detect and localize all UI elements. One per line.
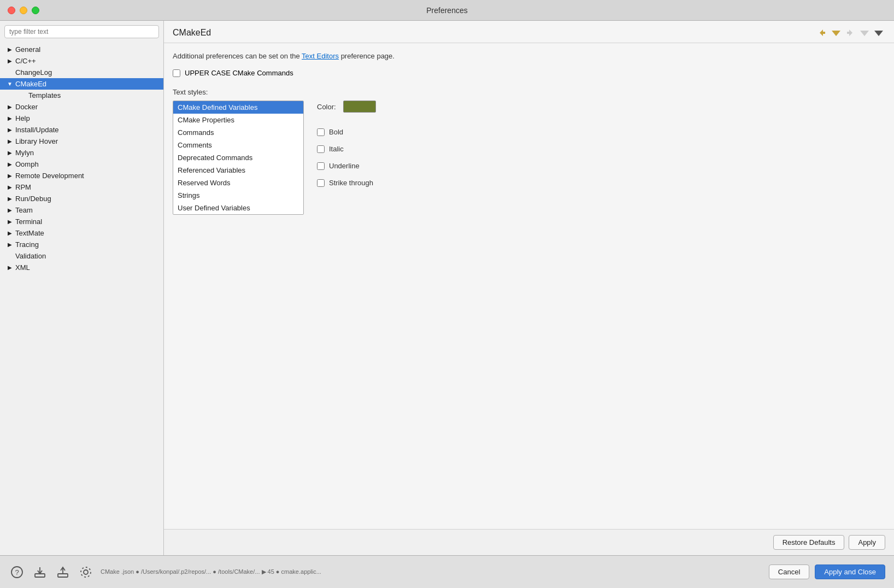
sidebar-item-label: CMakeEd [15,80,46,88]
menu-dropdown-button[interactable] [872,27,885,38]
search-input[interactable] [4,25,159,38]
uppercase-checkbox[interactable] [173,69,180,77]
sidebar-item-install[interactable]: Install/Update [0,124,163,136]
nav-buttons [815,27,885,38]
style-item-referenced-variables[interactable]: Referenced Variables [173,164,303,177]
arrow-icon [7,242,13,248]
sidebar-item-cpp[interactable]: C/C++ [0,55,163,67]
tree-view: General C/C++ ChangeLog CMakeEd Template… [0,43,163,555]
sidebar-item-rpm[interactable]: RPM [0,181,163,193]
sidebar-item-help[interactable]: Help [0,113,163,124]
bold-checkbox[interactable] [317,128,325,136]
arrow-icon [7,127,13,133]
arrow-icon [7,138,13,145]
arrow-icon [7,173,13,179]
svg-marker-3 [860,31,869,36]
window-controls [8,7,39,14]
info-text: Additional preferences can be set on the… [173,52,885,60]
arrow-icon [7,58,13,64]
sidebar-item-label: Tracing [15,240,39,249]
styles-list: CMake Defined Variables CMake Properties… [173,101,304,215]
sidebar-item-remotedevelopment[interactable]: Remote Development [0,170,163,181]
sidebar-item-label: Team [15,206,33,214]
style-item-deprecated-commands[interactable]: Deprecated Commands [173,151,303,164]
maximize-button[interactable] [32,7,39,14]
info-text-after: preference page. [341,52,395,60]
sidebar-item-label: Install/Update [15,126,59,134]
sidebar-item-general[interactable]: General [0,44,163,55]
sidebar-item-tracing[interactable]: Tracing [0,239,163,250]
strikethrough-label: Strike through [329,179,373,187]
style-item-comments[interactable]: Comments [173,139,303,151]
back-dropdown-button[interactable] [830,27,843,38]
bold-option-row: Bold [317,126,376,138]
style-item-strings[interactable]: Strings [173,189,303,202]
forward-dropdown-button[interactable] [858,27,871,38]
sidebar-item-libraryhover[interactable]: Library Hover [0,136,163,147]
style-item-cmake-defined-vars[interactable]: CMake Defined Variables [173,101,303,114]
sidebar-item-validation[interactable]: Validation [0,250,163,262]
cancel-button[interactable]: Cancel [769,565,809,579]
status-text: CMake .json ● /Users/konpal/.p2/repos/..… [101,568,321,575]
apply-and-close-button[interactable]: Apply and Close [815,565,885,579]
sidebar-item-rundebug[interactable]: Run/Debug [0,193,163,204]
text-styles-label: Text styles: [173,88,885,96]
svg-marker-4 [874,31,883,36]
sidebar-item-label: Library Hover [15,137,58,145]
text-options: Bold Italic Underline Strike throug [317,126,376,189]
forward-button[interactable] [844,27,857,38]
arrow-icon [7,115,13,122]
main-area: General C/C++ ChangeLog CMakeEd Template… [0,21,894,555]
style-item-user-defined-variables[interactable]: User Defined Variables [173,202,303,214]
color-options: Color: Bold Italic [317,101,376,215]
style-item-commands[interactable]: Commands [173,126,303,139]
back-button[interactable] [815,27,828,38]
restore-defaults-button[interactable]: Restore Defaults [773,535,845,550]
apply-button[interactable]: Apply [849,535,885,550]
sidebar-item-cmakeed[interactable]: CMakeEd [0,78,163,90]
svg-marker-0 [820,30,825,36]
sidebar-item-terminal[interactable]: Terminal [0,216,163,227]
sidebar-item-label: TextMate [15,229,44,237]
close-button[interactable] [8,7,15,14]
sidebar-item-docker[interactable]: Docker [0,101,163,113]
window-title: Preferences [426,6,467,15]
sidebar-item-oomph[interactable]: Oomph [0,158,163,170]
arrow-icon [7,230,13,237]
italic-label: Italic [329,145,344,153]
sidebar-item-changelog[interactable]: ChangeLog [0,67,163,78]
info-text-before: Additional preferences can be set on the [173,52,302,60]
sidebar-item-label: Templates [28,91,61,99]
italic-checkbox[interactable] [317,145,325,153]
sidebar-item-mylyn[interactable]: Mylyn [0,147,163,158]
strikethrough-checkbox[interactable] [317,179,325,187]
bottom-bar: ? CMake .json ● /Users/konpal/.p2/repos/ [0,555,894,588]
color-swatch[interactable] [343,101,376,113]
minimize-button[interactable] [20,7,27,14]
export-button[interactable] [55,564,71,580]
title-bar: Preferences [0,0,894,21]
sidebar-item-textmate[interactable]: TextMate [0,227,163,239]
styles-area: CMake Defined Variables CMake Properties… [173,101,885,215]
style-item-cmake-properties[interactable]: CMake Properties [173,114,303,126]
content-footer: Restore Defaults Apply [164,529,894,555]
color-row: Color: [317,101,376,113]
text-editors-link[interactable]: Text Editors [302,52,339,60]
svg-point-12 [81,567,91,577]
sidebar-item-label: General [15,45,40,54]
content-panel: CMakeEd [164,21,894,555]
underline-label: Underline [329,162,360,170]
bold-label: Bold [329,128,343,136]
style-item-reserved-words[interactable]: Reserved Words [173,177,303,189]
sidebar-item-templates[interactable]: Templates [0,90,163,101]
sidebar-item-label: Terminal [15,217,42,226]
page-title: CMakeEd [173,28,211,38]
import-button[interactable] [32,564,48,580]
sidebar-item-xml[interactable]: XML [0,262,163,273]
sidebar-item-team[interactable]: Team [0,204,163,216]
svg-point-11 [84,570,88,574]
underline-checkbox[interactable] [317,162,325,170]
arrow-icon [7,196,13,202]
settings-button[interactable] [78,564,94,580]
help-button[interactable]: ? [9,564,25,580]
